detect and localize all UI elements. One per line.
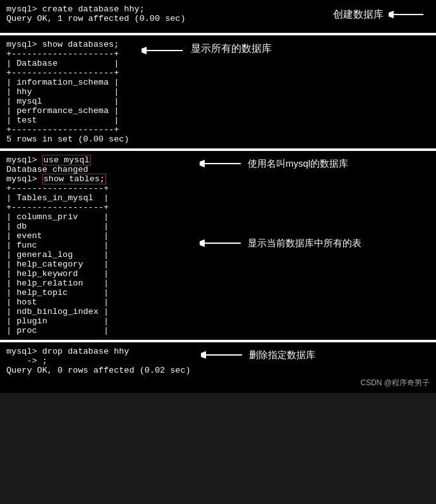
f1-arrow-svg [389,6,427,23]
f4-annot-text: 删除指定数据库 [249,349,315,361]
f3-l6: +------------------+ [6,203,190,212]
f4-flex: mysql> drop database hhy -> ; Query OK, … [6,347,430,375]
f2-l2: +--------------------+ [6,49,129,59]
f3-annot1: 使用名叫mysql的数据库 [200,155,361,172]
f2-l7: | mysql | [6,97,129,106]
f3-use-cmd: use mysql [42,155,91,165]
f3-annots: 使用名叫mysql的数据库 显示当前数据库中所有的表 [190,155,361,264]
f3-l5: | Tables_in_mysql | [6,193,190,203]
f4-l3: Query OK, 0 rows affected (0.02 sec) [6,366,191,375]
f3-arrow2 [200,235,244,251]
f2-terminal: mysql> show databases; +----------------… [6,40,129,144]
f4-terminal: mysql> drop database hhy -> ; Query OK, … [6,347,191,375]
f4-l1: mysql> drop database hhy [6,347,191,356]
f3-l11: | general_log | [6,250,190,260]
f3-show-cmd: show tables; [42,174,106,184]
f2-l1: mysql> show databases; [6,40,129,49]
f3-terminal: mysql> use mysql Database changed mysql>… [6,155,190,335]
f3-l16: | host | [6,297,190,307]
f3-l3: mysql> show tables; [6,174,190,184]
f3-l2: Database changed [6,165,190,174]
f3-l15: | help_topic | [6,288,190,297]
f2-l8: | performance_schema | [6,106,129,116]
f3-l18: | plugin | [6,316,190,326]
f2-l4: +--------------------+ [6,68,129,78]
f3-spacer [200,172,361,235]
f2-l9: | test | [6,116,129,125]
f3-annot2: 显示当前数据库中所有的表 [200,235,361,251]
f4-annot-area: 删除指定数据库 [191,347,315,363]
f3-l9: | event | [6,231,190,241]
f3-l14: | help_relation | [6,279,190,288]
f4-arrow [201,347,245,363]
final-page: mysql> create database hhy; Query OK, 1 … [0,0,436,393]
f3-l10: | func | [6,241,190,250]
f1-annot-text: 创建数据库 [333,8,384,21]
f3-l4: +------------------+ [6,184,190,193]
csdn-watermark: CSDN @程序奇男子 [6,378,430,388]
f2-content: mysql> show databases; +----------------… [6,40,430,144]
f2-l6: | hhy | [6,87,129,97]
f3-flex: mysql> use mysql Database changed mysql>… [6,155,430,335]
f3-l13: | help_keyword | [6,269,190,279]
f3-l19: | proc | [6,326,190,335]
f3-annot1-text: 使用名叫mysql的数据库 [248,158,348,170]
f3-arrow1 [200,155,244,172]
final-block-3: mysql> use mysql Database changed mysql>… [0,151,436,340]
f3-l8: | db | [6,222,190,231]
final-block-2: mysql> show databases; +----------------… [0,35,436,148]
f3-annot2-text: 显示当前数据库中所有的表 [248,237,361,249]
f2-l11: 5 rows in set (0.00 sec) [6,135,129,144]
f3-l12: | help_category | [6,260,190,269]
f1-annot-container: 创建数据库 [333,6,427,23]
f3-l17: | ndb_binlog_index | [6,307,190,316]
f2-l10: +--------------------+ [6,125,129,135]
final-block-1: mysql> create database hhy; Query OK, 1 … [0,0,436,33]
f2-l3: | Database | [6,59,129,68]
f2-arrow-svg [142,42,186,59]
f2-annot-text: 显示所有的数据库 [191,42,272,56]
f3-l1: mysql> use mysql [6,155,190,165]
f3-l7: | columns_priv | [6,212,190,222]
f2-l5: | information_schema | [6,78,129,87]
f2-annot-area: 显示所有的数据库 [129,40,272,144]
final-block-4: mysql> drop database hhy -> ; Query OK, … [0,342,436,393]
f4-l2: -> ; [6,356,191,366]
